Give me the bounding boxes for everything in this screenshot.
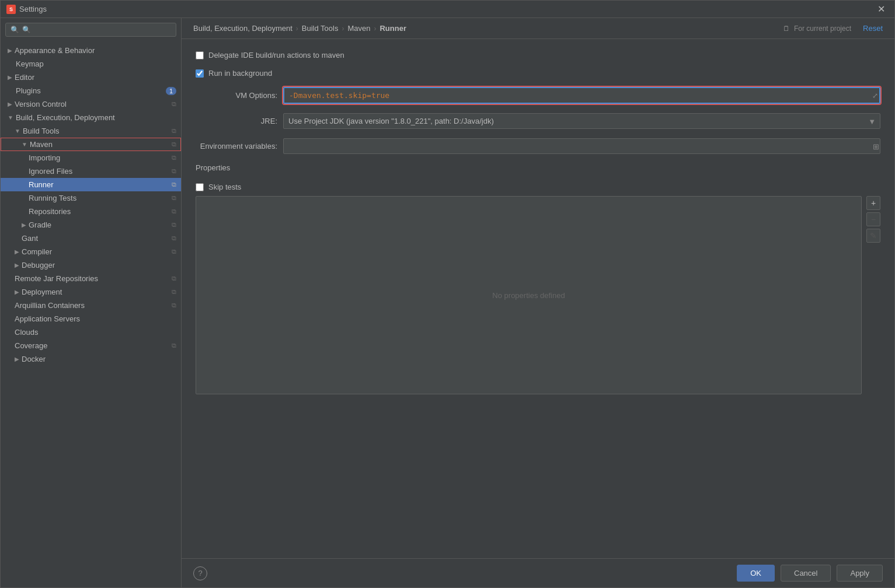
sidebar-item-label: Gant: [22, 234, 38, 243]
search-input[interactable]: [22, 26, 171, 34]
sidebar-item-keymap[interactable]: Keymap: [1, 57, 181, 71]
copy-icon: ⧉: [172, 141, 176, 148]
copy-icon: ⧉: [172, 167, 176, 175]
delegate-row: Delegate IDE build/run actions to maven: [196, 51, 880, 60]
expand-icon[interactable]: ⤢: [872, 92, 878, 100]
env-vars-input[interactable]: [283, 138, 880, 154]
app-icon: S: [6, 5, 16, 14]
sidebar-item-ignored-files[interactable]: Ignored Files ⧉: [1, 164, 181, 178]
sidebar-item-debugger[interactable]: ▶ Debugger: [1, 258, 181, 272]
run-background-row: Run in background: [196, 69, 880, 78]
add-property-button[interactable]: +: [866, 196, 880, 210]
jre-select[interactable]: Use Project JDK (java version "1.8.0_221…: [283, 113, 880, 129]
expand-icon: ▶: [15, 356, 19, 362]
sidebar-item-plugins[interactable]: Plugins 1: [1, 84, 181, 97]
expand-icon: ▶: [8, 74, 12, 80]
sidebar-item-editor[interactable]: ▶ Editor: [1, 71, 181, 84]
run-background-checkbox[interactable]: [196, 69, 204, 78]
sidebar-item-appearance[interactable]: ▶ Appearance & Behavior: [1, 44, 181, 57]
sidebar-item-label: Running Tests: [29, 194, 76, 202]
copy-icon: ⧉: [172, 100, 176, 108]
properties-section: Properties Skip tests No properties defi…: [196, 163, 880, 547]
sidebar-item-label: Ignored Files: [29, 167, 72, 176]
search-icon: 🔍: [11, 26, 19, 34]
sidebar-item-repositories[interactable]: Repositories ⧉: [1, 205, 181, 218]
settings-window: S Settings ✕ 🔍 ▶ Appearance & Behavior K…: [0, 0, 895, 588]
properties-toolbar: + − ✎: [866, 196, 880, 394]
sidebar-item-remote-jar[interactable]: Remote Jar Repositories ⧉: [1, 272, 181, 285]
sidebar-item-build-tools[interactable]: ▼ Build Tools ⧉: [1, 124, 181, 138]
sidebar-item-gant[interactable]: Gant ⧉: [1, 232, 181, 245]
sidebar: 🔍 ▶ Appearance & Behavior Keymap ▶ Edito…: [1, 18, 182, 587]
sidebar-item-maven[interactable]: ▼ Maven ⧉: [1, 138, 181, 151]
sidebar-item-clouds[interactable]: Clouds: [1, 326, 181, 339]
copy-icon: ⧉: [172, 181, 176, 188]
sidebar-item-label: Application Servers: [15, 314, 80, 323]
copy-icon: ⧉: [172, 302, 176, 309]
sidebar-item-gradle[interactable]: ▶ Gradle ⧉: [1, 218, 181, 232]
sidebar-item-label: Appearance & Behavior: [15, 46, 95, 55]
breadcrumb-maven: Maven: [347, 24, 370, 33]
skip-tests-label[interactable]: Skip tests: [208, 183, 241, 191]
sidebar-item-label: Clouds: [15, 328, 38, 337]
breadcrumb-sep-2: ›: [342, 24, 344, 33]
skip-tests-checkbox[interactable]: [196, 183, 204, 191]
sidebar-item-arquillian[interactable]: Arquillian Containers ⧉: [1, 299, 181, 312]
delegate-checkbox[interactable]: [196, 51, 204, 60]
env-input-wrapper: ⊞: [283, 138, 880, 154]
sidebar-item-docker[interactable]: ▶ Docker: [1, 352, 181, 366]
apply-button[interactable]: Apply: [837, 565, 883, 582]
sidebar-item-label: Debugger: [22, 261, 55, 270]
expand-icon: ▶: [8, 47, 12, 54]
breadcrumb-build: Build, Execution, Deployment: [193, 24, 292, 33]
sidebar-item-importing[interactable]: Importing ⧉: [1, 151, 181, 164]
sidebar-item-coverage[interactable]: Coverage ⧉: [1, 339, 181, 352]
window-title: Settings: [19, 5, 874, 13]
properties-empty: No properties defined: [196, 197, 861, 394]
sidebar-tree: ▶ Appearance & Behavior Keymap ▶ Editor …: [1, 41, 181, 587]
reset-link[interactable]: Reset: [863, 24, 883, 33]
sidebar-item-label: Deployment: [22, 288, 62, 296]
remove-property-button[interactable]: −: [866, 212, 880, 226]
sidebar-item-label: Runner: [29, 180, 54, 189]
main-content: 🔍 ▶ Appearance & Behavior Keymap ▶ Edito…: [1, 18, 894, 587]
plugin-badge: 1: [166, 87, 176, 95]
sidebar-item-label: Docker: [22, 355, 46, 363]
sidebar-item-label: Repositories: [29, 207, 71, 216]
sidebar-item-label: Plugins: [8, 86, 41, 95]
sidebar-item-label: Version Control: [15, 100, 67, 108]
copy-icon: ⧉: [172, 342, 176, 349]
sidebar-item-compiler[interactable]: ▶ Compiler ⧉: [1, 245, 181, 258]
help-button[interactable]: ?: [193, 566, 207, 580]
sidebar-item-label: Gradle: [29, 220, 51, 229]
sidebar-item-runner[interactable]: Runner ⧉: [1, 178, 181, 191]
sidebar-item-deployment[interactable]: ▶ Deployment ⧉: [1, 285, 181, 299]
sidebar-item-running-tests[interactable]: Running Tests ⧉: [1, 191, 181, 205]
copy-icon: ⧉: [172, 275, 176, 282]
vm-options-input[interactable]: [283, 87, 880, 104]
skip-tests-row: Skip tests: [196, 178, 880, 196]
copy-icon: ⧉: [172, 288, 176, 296]
delegate-label[interactable]: Delegate IDE build/run actions to maven: [208, 51, 344, 60]
vm-options-label: VM Options:: [196, 91, 277, 100]
properties-area: No properties defined + − ✎: [196, 196, 880, 394]
close-button[interactable]: ✕: [874, 2, 889, 16]
jre-label: JRE:: [196, 117, 277, 125]
expand-icon: ▶: [8, 101, 12, 107]
env-vars-row: Environment variables: ⊞: [196, 138, 880, 154]
cancel-button[interactable]: Cancel: [781, 565, 831, 582]
env-vars-label: Environment variables:: [196, 142, 277, 150]
jre-row: JRE: Use Project JDK (java version "1.8.…: [196, 113, 880, 129]
env-vars-browse-button[interactable]: ⊞: [873, 142, 879, 150]
run-background-label[interactable]: Run in background: [208, 69, 272, 78]
sidebar-item-build-execution[interactable]: ▼ Build, Execution, Deployment: [1, 111, 181, 124]
expand-icon: ▼: [22, 141, 27, 148]
breadcrumb-sep-1: ›: [296, 24, 298, 33]
ok-button[interactable]: OK: [737, 565, 775, 582]
sidebar-item-version-control[interactable]: ▶ Version Control ⧉: [1, 97, 181, 111]
search-box[interactable]: 🔍: [5, 23, 176, 37]
edit-property-button[interactable]: ✎: [866, 229, 880, 243]
sidebar-item-label: Importing: [29, 153, 60, 162]
sidebar-item-app-servers[interactable]: Application Servers: [1, 312, 181, 326]
bottom-bar: ? OK Cancel Apply: [182, 558, 894, 587]
